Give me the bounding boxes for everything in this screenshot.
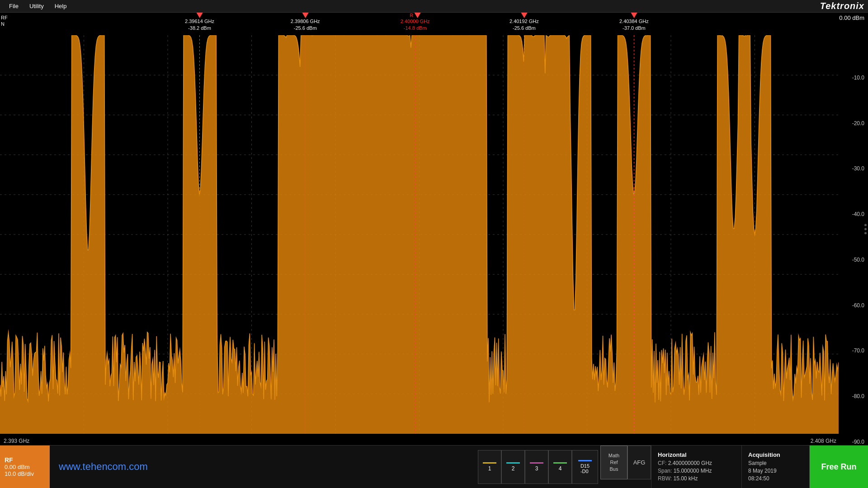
side-dots bbox=[863, 222, 868, 236]
y-label-9: -90.0 bbox=[840, 439, 864, 445]
y-label-3: -30.0 bbox=[840, 165, 864, 172]
marker-4: 2.40384 GHz -37.0 dBm bbox=[619, 13, 649, 32]
horizontal-panel: Horizontal CF: 2.400000000 GHz Span: 15.… bbox=[651, 446, 741, 488]
trace-btn-d15-label: D15-D0 bbox=[580, 463, 590, 474]
free-run-button[interactable]: Free Run bbox=[809, 446, 868, 488]
trace-btn-2-label: 2 bbox=[512, 465, 515, 472]
acquisition-mode: Sample bbox=[748, 460, 803, 467]
trace-btn-3-label: 3 bbox=[535, 465, 538, 472]
trace-btn-2[interactable]: 2 bbox=[501, 450, 525, 484]
status-bar: RF 0.00 dBm 10.0 dB/div www.tehencom.com… bbox=[0, 445, 868, 488]
marker-2-freq: 2.39806 GHz bbox=[291, 18, 320, 25]
y-label-7: -70.0 bbox=[840, 347, 864, 354]
horizontal-title: Horizontal bbox=[658, 451, 735, 458]
horizontal-cf-row: CF: 2.400000000 GHz bbox=[658, 460, 735, 467]
afg-label: AFG bbox=[633, 459, 646, 466]
trace-btn-4[interactable]: 4 bbox=[548, 450, 572, 484]
marker-1: 2.39614 GHz -38.2 dBm bbox=[185, 13, 214, 32]
marker-3-level: -25.6 dBm bbox=[513, 25, 536, 32]
trace-btn-1-label: 1 bbox=[488, 465, 491, 472]
rf-info-box: RF 0.00 dBm 10.0 dB/div bbox=[0, 446, 50, 488]
ref-level: 0.00 dBm bbox=[839, 14, 864, 21]
menu-help[interactable]: Help bbox=[49, 3, 72, 9]
y-label-8: -80.0 bbox=[840, 393, 864, 399]
rf-box-div: 10.0 dB/div bbox=[5, 470, 45, 477]
acquisition-panel: Acquisition Sample 8 May 2019 08:24:50 bbox=[741, 446, 809, 488]
trace-buttons: 1 2 3 4 D15-D0 bbox=[476, 446, 600, 488]
y-label-2: -20.0 bbox=[840, 120, 864, 127]
menu-utility[interactable]: Utility bbox=[24, 3, 49, 9]
menu-file[interactable]: File bbox=[4, 3, 24, 9]
rf-box-ref: 0.00 dBm bbox=[5, 464, 45, 470]
tektronix-logo: Tektronix bbox=[820, 1, 864, 11]
marker-r: R 2.40000 GHz -14.8 dBm bbox=[401, 13, 430, 32]
trace-btn-d15[interactable]: D15-D0 bbox=[572, 450, 598, 484]
marker-3: 2.40192 GHz -25.6 dBm bbox=[509, 13, 539, 32]
acquisition-title: Acquisition bbox=[748, 451, 803, 458]
horizontal-span-row: Span: 15.000000 MHz bbox=[658, 467, 735, 475]
horizontal-cf-value: 2.400000000 GHz bbox=[668, 460, 712, 466]
website-area: www.tehencom.com bbox=[50, 446, 476, 488]
marker-4-freq: 2.40384 GHz bbox=[619, 18, 649, 25]
horizontal-rbw-value: 15.00 kHz bbox=[673, 475, 698, 482]
marker-r-freq: 2.40000 GHz bbox=[401, 18, 430, 25]
y-label-5: -50.0 bbox=[840, 257, 864, 263]
trace-btn-3[interactable]: 3 bbox=[525, 450, 548, 484]
website-text: www.tehencom.com bbox=[59, 461, 148, 473]
spectrum-canvas bbox=[0, 35, 839, 434]
main-layout: RFN 0.00 dBm 2.39614 GHz -38.2 dBm 2.398… bbox=[0, 13, 868, 488]
horizontal-rbw-row: RBW: 15.00 kHz bbox=[658, 475, 735, 483]
marker-4-level: -37.0 dBm bbox=[623, 25, 646, 32]
marker-r-level: -14.8 dBm bbox=[404, 25, 427, 32]
trace-btn-1[interactable]: 1 bbox=[478, 450, 501, 484]
math-ref-bus-button[interactable]: MathRefBus bbox=[600, 446, 627, 479]
menubar: File Utility Help Tektronix bbox=[0, 0, 868, 13]
afg-button[interactable]: AFG bbox=[627, 446, 651, 479]
x-axis: 2.393 GHz 2.408 GHz bbox=[4, 438, 836, 444]
marker-1-freq: 2.39614 GHz bbox=[185, 18, 214, 25]
chart-area: RFN 0.00 dBm 2.39614 GHz -38.2 dBm 2.398… bbox=[0, 13, 868, 445]
marker-2: 2.39806 GHz -25.6 dBm bbox=[291, 13, 320, 32]
marker-2-level: -25.6 dBm bbox=[294, 25, 317, 32]
acquisition-date: 8 May 2019 bbox=[748, 467, 803, 475]
x-label-left: 2.393 GHz bbox=[4, 438, 29, 444]
trace-btn-4-label: 4 bbox=[559, 465, 562, 472]
rf-label: RFN bbox=[1, 14, 8, 27]
y-axis: -10.0 -20.0 -30.0 -40.0 -50.0 -60.0 -70.… bbox=[840, 35, 864, 445]
marker-3-freq: 2.40192 GHz bbox=[509, 18, 539, 25]
marker-1-level: -38.2 dBm bbox=[188, 25, 211, 32]
y-label-1: -10.0 bbox=[840, 75, 864, 81]
y-label-6: -60.0 bbox=[840, 302, 864, 309]
horizontal-span-value: 15.000000 MHz bbox=[674, 468, 712, 474]
acquisition-time: 08:24:50 bbox=[748, 475, 803, 483]
math-ref-bus-label: MathRefBus bbox=[609, 452, 619, 473]
rf-box-title: RF bbox=[5, 456, 45, 464]
y-label-4: -40.0 bbox=[840, 211, 864, 217]
x-label-right: 2.408 GHz bbox=[811, 438, 836, 444]
